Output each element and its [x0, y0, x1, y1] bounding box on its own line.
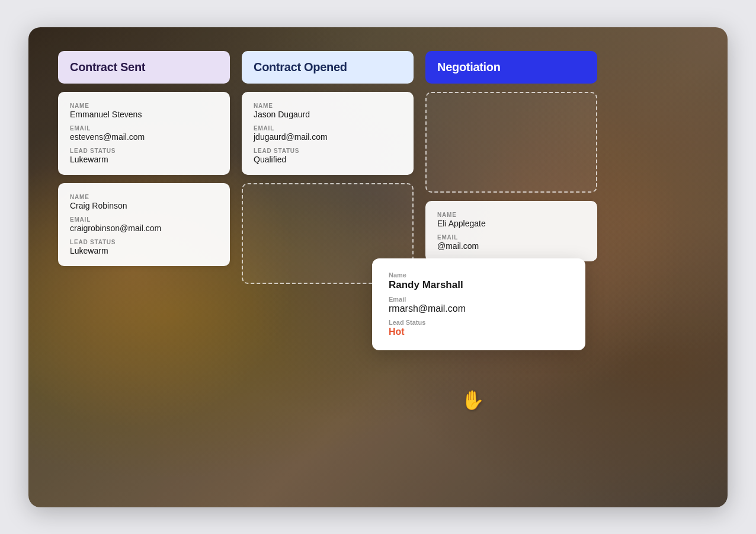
status-field: LEAD STATUS Lukewarm [70, 148, 218, 164]
name-field: NAME Craig Robinson [70, 194, 218, 210]
email-field: EMAIL @mail.com [437, 234, 585, 251]
card-eli-applegate[interactable]: NAME Eli Applegate EMAIL @mail.com [425, 201, 597, 261]
card-jason-dugaurd[interactable]: NAME Jason Dugaurd EMAIL jdugaurd@mail.c… [242, 92, 414, 175]
screen-wrapper: Contract Sent NAME Emmanuel Stevens EMAI… [28, 27, 728, 507]
drag-cursor-icon: ✋ [461, 389, 704, 500]
column-sent: Contract Sent NAME Emmanuel Stevens EMAI… [58, 51, 230, 484]
floating-email-field: Email rmarsh@mail.com [389, 296, 569, 314]
status-field: LEAD STATUS Lukewarm [70, 239, 218, 255]
drop-zone-negotiation-top[interactable] [425, 92, 597, 193]
email-field: EMAIL estevens@mail.com [70, 125, 218, 142]
floating-name-field: Name Randy Marshall [389, 271, 569, 291]
status-field: LEAD STATUS Qualified [254, 148, 402, 164]
column-header-negotiation: Negotiation [425, 51, 597, 84]
name-field: NAME Emmanuel Stevens [70, 103, 218, 119]
column-header-opened: Contract Opened [242, 51, 414, 84]
name-field: NAME Jason Dugaurd [254, 103, 402, 119]
floating-card-randy-marshall[interactable]: Name Randy Marshall Email rmarsh@mail.co… [372, 258, 585, 350]
email-field: EMAIL craigrobinson@mail.com [70, 216, 218, 233]
floating-status-field: Lead Status Hot [389, 319, 569, 337]
column-header-sent: Contract Sent [58, 51, 230, 84]
card-craig-robinson[interactable]: NAME Craig Robinson EMAIL craigrobinson@… [58, 183, 230, 266]
name-field: NAME Eli Applegate [437, 212, 585, 228]
card-emmanuel-stevens[interactable]: NAME Emmanuel Stevens EMAIL estevens@mai… [58, 92, 230, 175]
email-field: EMAIL jdugaurd@mail.com [254, 125, 402, 142]
